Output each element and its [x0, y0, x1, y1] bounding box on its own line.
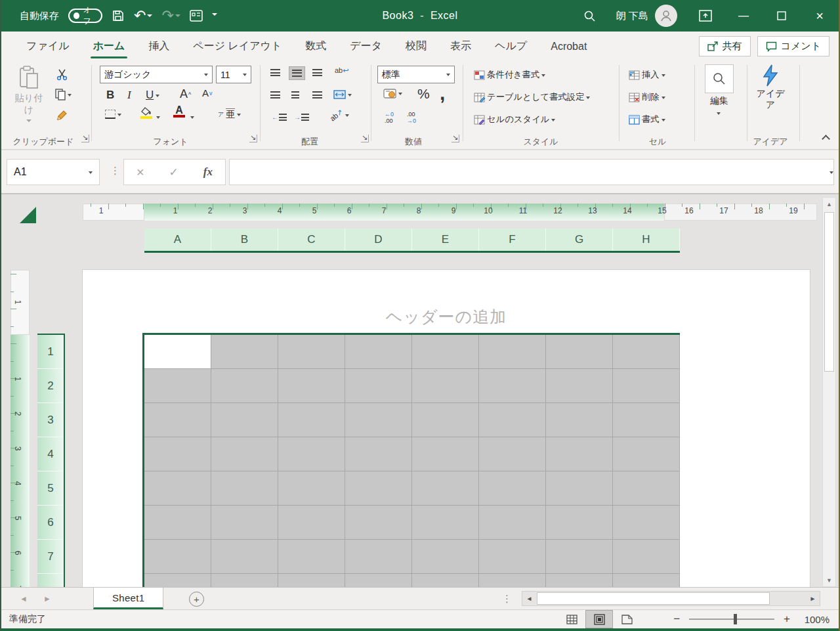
- zoom-in-button[interactable]: +: [784, 613, 790, 626]
- grid-cell[interactable]: [144, 471, 211, 506]
- borders-button[interactable]: [105, 110, 121, 119]
- grid-cell[interactable]: [144, 540, 211, 574]
- ribbon-tab-inactive[interactable]: ファイル: [14, 32, 81, 61]
- grid-cell[interactable]: [144, 437, 211, 471]
- ideas-button[interactable]: アイデア: [753, 64, 788, 110]
- ribbon-tab-inactive[interactable]: 表示: [438, 32, 483, 61]
- row-header[interactable]: 6: [37, 506, 64, 540]
- row-header[interactable]: 4: [37, 437, 64, 471]
- grid-cell[interactable]: [546, 403, 613, 437]
- wrap-text-button[interactable]: ab↩: [335, 66, 348, 75]
- page-break-view-button[interactable]: [613, 610, 640, 628]
- grid-cell[interactable]: [412, 506, 479, 540]
- sheet-tab-sheet1[interactable]: Sheet1: [93, 588, 163, 609]
- row-header[interactable]: 1: [37, 335, 64, 369]
- header-placeholder[interactable]: ヘッダーの追加: [83, 306, 810, 328]
- minimize-button[interactable]: —: [724, 0, 763, 32]
- grid-cell[interactable]: [345, 403, 412, 437]
- bold-button[interactable]: B: [106, 89, 114, 102]
- select-all-corner[interactable]: [20, 207, 36, 223]
- grid-cell[interactable]: [345, 540, 412, 574]
- insert-cells-button[interactable]: 挿入: [629, 69, 665, 81]
- format-painter-button[interactable]: [56, 110, 68, 121]
- grid-cell[interactable]: [613, 369, 680, 403]
- increase-indent-button[interactable]: →: [294, 114, 309, 121]
- row-header[interactable]: 5: [37, 471, 64, 506]
- grid-cell[interactable]: [412, 437, 479, 471]
- add-sheet-button[interactable]: +: [189, 592, 204, 607]
- grid-cell[interactable]: [278, 437, 345, 471]
- alignment-dialog-launcher[interactable]: ↘: [361, 135, 369, 142]
- grid-cell[interactable]: [278, 335, 345, 369]
- grid-cell[interactable]: [211, 437, 278, 471]
- grid-cell[interactable]: [345, 369, 412, 403]
- grid-cell[interactable]: [546, 506, 613, 540]
- font-color-dropdown-icon[interactable]: [190, 116, 194, 121]
- percent-style-button[interactable]: %: [417, 86, 430, 102]
- zoom-slider-thumb[interactable]: [734, 614, 737, 624]
- grid-cell[interactable]: [479, 471, 546, 506]
- grid-cell[interactable]: [479, 369, 546, 403]
- grid-cell[interactable]: [613, 506, 680, 540]
- grid-cell[interactable]: [479, 437, 546, 471]
- grid-cell[interactable]: [546, 540, 613, 574]
- editing-dropdown-icon[interactable]: [717, 112, 721, 117]
- grid-cell[interactable]: [144, 369, 211, 403]
- grid-cell[interactable]: [613, 335, 680, 369]
- comments-button[interactable]: コメント: [757, 36, 830, 56]
- ribbon-tab-inactive[interactable]: 数式: [293, 32, 338, 61]
- touch-mode-button[interactable]: [190, 10, 203, 22]
- grid-cell[interactable]: [613, 437, 680, 471]
- fill-color-dropdown-icon[interactable]: [156, 116, 160, 121]
- row-header[interactable]: 2: [37, 369, 64, 403]
- underline-button[interactable]: U: [146, 89, 159, 102]
- ribbon-tab-inactive[interactable]: 挿入: [136, 32, 181, 61]
- delete-cells-button[interactable]: 削除: [629, 91, 665, 103]
- grid-cell[interactable]: [144, 506, 211, 540]
- grid-cell[interactable]: [211, 403, 278, 437]
- align-top-button[interactable]: [270, 69, 280, 76]
- autosave-toggle[interactable]: オフ: [68, 9, 102, 23]
- grid-cell[interactable]: [345, 437, 412, 471]
- increase-font-button[interactable]: A^: [180, 87, 191, 101]
- quick-access-customize-button[interactable]: [212, 13, 217, 18]
- column-header[interactable]: A: [144, 228, 211, 251]
- grid-cell[interactable]: [412, 540, 479, 574]
- comma-style-button[interactable]: ,: [440, 82, 445, 104]
- grid-cell[interactable]: [546, 437, 613, 471]
- grid-cell[interactable]: [613, 540, 680, 574]
- grid-cell[interactable]: [278, 540, 345, 574]
- search-button[interactable]: [570, 0, 610, 32]
- ribbon-tab-inactive[interactable]: ページ レイアウト: [181, 32, 293, 61]
- cancel-icon[interactable]: ×: [136, 165, 144, 180]
- column-header[interactable]: D: [345, 228, 412, 251]
- grid-cell[interactable]: [144, 574, 211, 587]
- font-color-button[interactable]: A: [173, 106, 185, 118]
- grid-cell[interactable]: [278, 369, 345, 403]
- column-header[interactable]: B: [211, 228, 278, 251]
- page-layout-view-button[interactable]: [585, 610, 613, 628]
- grid-cell[interactable]: [613, 403, 680, 437]
- grid-cell[interactable]: [345, 506, 412, 540]
- cut-button[interactable]: [56, 69, 68, 81]
- column-header[interactable]: G: [546, 228, 613, 251]
- ribbon-tab-active[interactable]: ホーム: [81, 32, 137, 61]
- grid-cell[interactable]: [278, 506, 345, 540]
- scroll-down-icon[interactable]: ▼: [823, 574, 835, 586]
- grid-cell[interactable]: [278, 403, 345, 437]
- grid-cell[interactable]: [412, 574, 479, 587]
- name-box[interactable]: A1: [7, 159, 100, 185]
- font-dialog-launcher[interactable]: ↘: [249, 135, 257, 142]
- cell-styles-button[interactable]: セルのスタイル: [474, 114, 555, 125]
- clipboard-dialog-launcher[interactable]: ↘: [81, 135, 89, 142]
- ribbon-tab-inactive[interactable]: ヘルプ: [483, 32, 539, 61]
- row-header[interactable]: 3: [37, 403, 64, 437]
- vertical-scrollbar[interactable]: ▲ ▼: [822, 197, 836, 587]
- fill-color-button[interactable]: [140, 107, 152, 119]
- enter-icon[interactable]: ✓: [169, 165, 178, 179]
- grid-cell[interactable]: [479, 506, 546, 540]
- font-size-select[interactable]: 11: [216, 66, 251, 83]
- vertical-scroll-thumb[interactable]: [824, 212, 834, 372]
- number-format-select[interactable]: 標準: [377, 66, 455, 83]
- align-right-button[interactable]: [312, 91, 322, 98]
